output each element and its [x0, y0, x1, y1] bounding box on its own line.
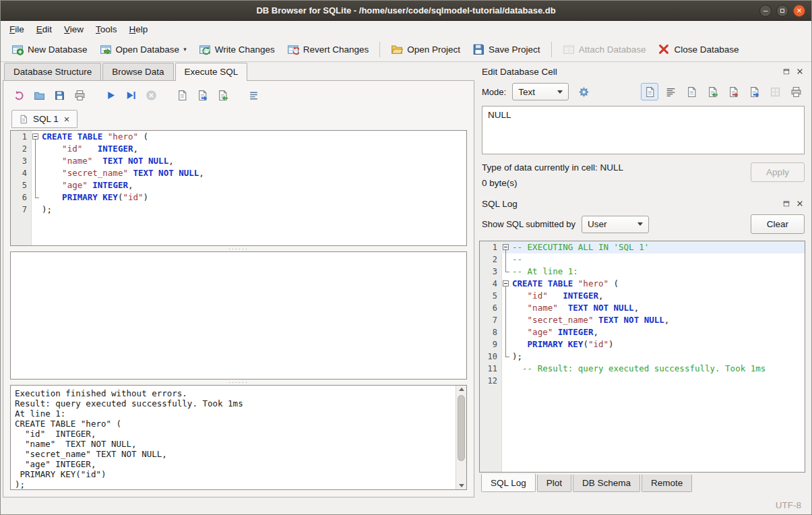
scrollbar-track[interactable] [458, 394, 465, 481]
code-line: 6 "name" TEXT NOT NULL, [480, 302, 805, 314]
write-changes-button[interactable]: Write Changes [193, 40, 280, 59]
open-project-button[interactable]: Open Project [385, 40, 466, 59]
splitter-handle[interactable] [10, 380, 467, 385]
mode-select[interactable]: Text [512, 83, 569, 100]
code-content: "id" INTEGER, [40, 143, 138, 155]
menu-file[interactable]: File [3, 22, 30, 36]
line-number: 11 [480, 363, 501, 375]
dock-tab-db-schema[interactable]: DB Schema [573, 475, 640, 492]
submitter-select[interactable]: User [582, 216, 649, 233]
line-number: 7 [480, 314, 501, 326]
fold-marker[interactable] [501, 278, 511, 290]
save-sql-file-button[interactable] [51, 86, 68, 104]
word-wrap-button[interactable] [245, 86, 262, 104]
print-button[interactable] [71, 86, 88, 104]
export-cell-button[interactable] [724, 83, 742, 100]
code-line: 8 "age" INTEGER, [480, 326, 805, 338]
tab-execute-sql[interactable]: Execute SQL [175, 63, 248, 81]
code-content: -- At line 1: [511, 266, 578, 278]
execution-log[interactable]: Execution finished without errors.Result… [10, 385, 467, 490]
fold-marker[interactable] [31, 131, 40, 143]
revert-changes-button[interactable]: Revert Changes [282, 40, 375, 59]
print-cell-button[interactable] [787, 83, 805, 100]
toolbar-button-label: Close Database [674, 44, 739, 55]
close-database-button[interactable]: Close Database [652, 40, 744, 59]
menu-tools[interactable]: Tools [90, 22, 123, 36]
doc-import-icon [707, 86, 718, 98]
scroll-down-icon[interactable] [459, 484, 464, 487]
fold-marker[interactable] [501, 241, 511, 253]
text-mode-button[interactable] [641, 83, 658, 100]
save-cell-as-button[interactable] [745, 83, 763, 100]
dock-tab-plot[interactable]: Plot [537, 475, 571, 492]
line-number: 8 [480, 326, 501, 338]
code-content: "age" INTEGER, [511, 326, 598, 338]
auto-apply-button[interactable] [575, 83, 592, 100]
toolbar-button-label: New Database [28, 44, 88, 55]
sql-editor[interactable]: 1CREATE TABLE "hero" (2 "id" INTEGER,3 "… [10, 130, 467, 246]
cell-editor[interactable]: NULL [482, 106, 805, 154]
close-dock-button[interactable] [794, 67, 805, 77]
log-line: CREATE TABLE "hero" ( [15, 419, 453, 429]
code-content: -- [511, 253, 522, 266]
fold-marker [31, 167, 40, 179]
export-results-button[interactable] [193, 86, 211, 104]
copy-cell-button[interactable] [683, 83, 700, 100]
stop-execution-button [142, 86, 160, 104]
log-line: Execution finished without errors. [15, 388, 453, 398]
close-tab-icon[interactable] [63, 116, 70, 123]
word-wrap-button[interactable] [662, 83, 679, 100]
dropdown-arrow-icon[interactable]: ▾ [183, 46, 187, 53]
open-project-icon [391, 43, 403, 55]
tab-database-structure[interactable]: Database Structure [4, 63, 101, 80]
code-line: 12 [480, 375, 805, 387]
splitter-handle[interactable] [10, 246, 467, 251]
fold-marker [501, 326, 511, 338]
execute-current-line-button[interactable] [122, 86, 139, 104]
dock-tab-sql-log[interactable]: SQL Log [481, 474, 536, 492]
code-line: 5 "id" INTEGER, [480, 290, 805, 302]
save-sql-icon [54, 90, 65, 101]
save-project-icon [472, 43, 485, 55]
close-dock-button[interactable] [794, 199, 805, 209]
float-dock-button[interactable] [781, 199, 791, 209]
menu-help[interactable]: Help [123, 22, 154, 36]
import-results-button[interactable] [214, 86, 231, 104]
scrollbar[interactable] [456, 386, 466, 489]
save-project-button[interactable]: Save Project [467, 40, 546, 59]
toolbar-separator [379, 42, 380, 57]
execute-all-button[interactable] [102, 86, 119, 104]
sql-toolbar [10, 84, 467, 107]
scrollbar-thumb[interactable] [458, 395, 465, 461]
menu-edit[interactable]: Edit [30, 22, 58, 36]
print-icon [790, 86, 802, 98]
code-line: 2-- [480, 253, 805, 266]
code-line: 1-- EXECUTING ALL IN 'SQL 1' [480, 241, 805, 253]
dock-tab-remote[interactable]: Remote [642, 475, 692, 492]
new-database-button[interactable]: New Database [6, 40, 93, 59]
tab-browse-data[interactable]: Browse Data [102, 63, 173, 80]
code-content: "name" TEXT NOT NULL, [511, 302, 639, 314]
title-bar[interactable]: DB Browser for SQLite - /home/user/code/… [1, 1, 811, 21]
minimize-button[interactable]: – [759, 5, 772, 17]
clear-button[interactable]: Clear [751, 214, 805, 234]
line-number: 2 [11, 143, 31, 155]
import-cell-button[interactable] [704, 83, 721, 100]
close-button[interactable]: × [793, 5, 805, 17]
open-database-button[interactable]: Open Database▾ [94, 40, 192, 59]
log-line: Result: query executed successfully. Too… [15, 398, 453, 408]
menu-view[interactable]: View [58, 22, 90, 36]
scroll-up-icon[interactable] [459, 388, 464, 391]
float-dock-button[interactable] [781, 67, 791, 77]
open-sql-file-button[interactable] [30, 86, 48, 104]
doc-export-red-icon [728, 86, 739, 98]
open-results-button[interactable] [173, 86, 191, 104]
menu-bar: FileEditViewToolsHelp [1, 21, 811, 37]
sql-tab[interactable]: SQL 1 [11, 110, 77, 128]
mode-label: Mode: [482, 87, 506, 97]
new-sql-tab-button[interactable] [10, 86, 28, 104]
chevron-down-icon [637, 222, 643, 226]
fold-marker [31, 143, 40, 155]
maximize-button[interactable] [776, 5, 788, 17]
sql-log-view[interactable]: 1-- EXECUTING ALL IN 'SQL 1'2--3-- At li… [479, 241, 805, 473]
